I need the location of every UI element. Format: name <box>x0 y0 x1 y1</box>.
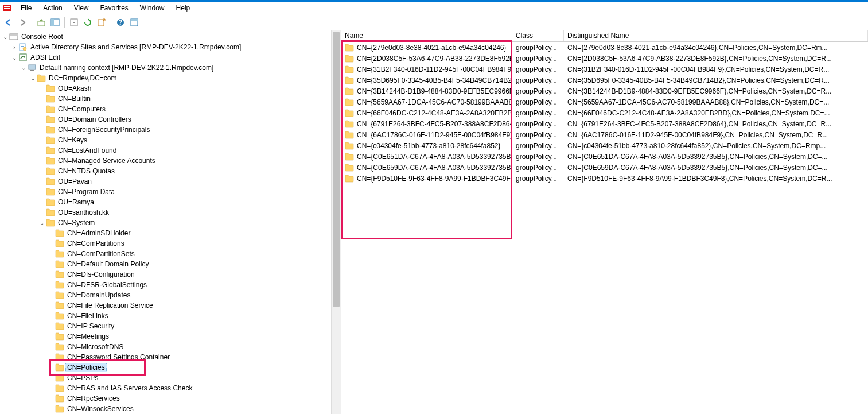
menu-view[interactable]: View <box>68 3 95 13</box>
tree-system-item-11[interactable]: CN=MicrosoftDNS <box>1 342 341 352</box>
tree-system-item-10[interactable]: CN=Meetings <box>1 331 341 342</box>
tree-system-item-7[interactable]: CN=File Replication Service <box>1 300 341 311</box>
export-button[interactable] <box>95 16 108 29</box>
tree-system-item-0-icon <box>55 229 64 238</box>
tree-label: CN=ForeignSecurityPrincipals <box>56 125 151 134</box>
tree-item-5[interactable]: CN=Keys <box>1 135 341 145</box>
delete-button[interactable] <box>68 16 80 29</box>
tree-item-1[interactable]: CN=Builtin <box>1 94 341 104</box>
tree-item-2[interactable]: CN=Computers <box>1 104 341 114</box>
tree-system-item-9-icon <box>55 322 64 331</box>
tree-adsi-edit[interactable]: ⌄ADSI Edit <box>1 52 341 63</box>
column-header-class[interactable]: Class <box>512 30 564 41</box>
menu-window[interactable]: Window <box>134 3 170 13</box>
list-row[interactable]: CN={c04304fe-51bb-4773-a810-28fc644fa852… <box>341 140 868 151</box>
tree-label: CN=Builtin <box>56 94 92 103</box>
list-row[interactable]: CN={F9D510FE-9F63-4FF8-9A99-F1BDBF3C49F8… <box>341 173 868 184</box>
back-button[interactable] <box>2 16 15 29</box>
tree-item-10[interactable]: CN=Program Data <box>1 187 341 197</box>
cell-class: groupPolicy... <box>512 65 564 74</box>
tree-item-12[interactable]: OU=santhosh.kk <box>1 207 341 218</box>
tree-system-item-14[interactable]: CN=PSPs <box>1 373 341 383</box>
tree-system-item-6-icon <box>55 291 64 300</box>
menu-help[interactable]: Help <box>170 3 196 13</box>
tree-label: Default naming context [RMP-DEV-2K22-1.R… <box>38 63 215 72</box>
tree-item-9[interactable]: OU=Pavan <box>1 176 341 187</box>
folder-icon <box>345 43 354 52</box>
tree-system-item-1[interactable]: CN=ComPartitions <box>1 238 341 249</box>
tree-system-item-17[interactable]: CN=WinsockServices <box>1 404 341 414</box>
tree-ad-sites[interactable]: ›Active Directory Sites and Services [RM… <box>1 42 341 52</box>
folder-icon <box>46 105 55 114</box>
properties-button[interactable] <box>128 16 141 29</box>
tree-toggle[interactable]: ⌄ <box>1 34 9 40</box>
list-row[interactable]: CN={6791E264-3BFC-4FC5-B207-388A8CF2D864… <box>341 118 868 129</box>
tree-system-item-4[interactable]: CN=Dfs-Configuration <box>1 269 341 280</box>
tree-system-item-13[interactable]: CN=Policies <box>1 362 341 373</box>
menu-file[interactable]: File <box>15 3 37 13</box>
tree-system-item-6[interactable]: CN=DomainUpdates <box>1 290 341 300</box>
cell-name: CN={3B14244B-D1B9-4884-83D0-9EFB5EC9966F… <box>341 86 512 96</box>
tree-system-item-0[interactable]: CN=AdminSDHolder <box>1 228 341 238</box>
tree-item-4[interactable]: CN=ForeignSecurityPrincipals <box>1 125 341 135</box>
cell-class: groupPolicy... <box>512 54 564 63</box>
tree-toggle[interactable]: ⌄ <box>38 220 46 226</box>
tree-item-6[interactable]: CN=LostAndFound <box>1 145 341 156</box>
tree-system-item-12[interactable]: CN=Password Settings Container <box>1 352 341 362</box>
tree-naming-context[interactable]: ⌄Default naming context [RMP-DEV-2K22-1.… <box>1 63 341 73</box>
tree-domain-dc[interactable]: ⌄DC=Rmpdev,DC=com <box>1 73 341 83</box>
tree-label: Console Root <box>20 32 65 41</box>
cell-dn: CN={66F046DC-C212-4C48-AE3A-2A8A320EB2BD… <box>564 109 868 118</box>
tree-toggle[interactable]: ⌄ <box>20 65 28 71</box>
tree-system-item-9[interactable]: CN=IP Security <box>1 321 341 331</box>
tree-system-item-15[interactable]: CN=RAS and IAS Servers Access Check <box>1 383 341 393</box>
list-row[interactable]: CN={C0E651DA-C67A-4FA8-A03A-5D53392735B5… <box>341 151 868 162</box>
list-row[interactable]: CN={35D695F0-3345-40B5-B4F5-34B49CB714B2… <box>341 75 868 86</box>
forward-button[interactable] <box>16 16 29 29</box>
tree-system-item-3[interactable]: CN=Default Domain Policy <box>1 259 341 269</box>
tree-system-item-8[interactable]: CN=FileLinks <box>1 311 341 321</box>
tree-toggle[interactable]: ⌄ <box>10 55 18 61</box>
tree-item-0[interactable]: OU=Akash <box>1 83 341 94</box>
tree-system-item-16[interactable]: CN=RpcServices <box>1 393 341 404</box>
tree-system-item-12-icon <box>55 353 64 362</box>
cell-name: CN={5659AA67-1DCA-45C6-AC70-58199BAAAB88… <box>341 97 512 107</box>
tree-toggle[interactable]: ⌄ <box>29 75 37 82</box>
list-row[interactable]: CN={66F046DC-C212-4C48-AE3A-2A8A320EB2BD… <box>341 107 868 118</box>
show-hide-tree-button[interactable] <box>49 16 61 29</box>
tree-system[interactable]: ⌄CN=System <box>1 218 341 228</box>
list-row[interactable]: CN={279e0d03-8e38-4021-a1cb-e94a34c04246… <box>341 42 868 53</box>
up-button[interactable] <box>35 16 48 29</box>
menu-favorites[interactable]: Favorites <box>95 3 134 13</box>
column-header-name[interactable]: Name <box>341 30 512 41</box>
folder-icon <box>46 94 55 103</box>
list-row[interactable]: CN={C0E659DA-C67A-4FA8-A03A-5D53392735B5… <box>341 162 868 173</box>
tree-item-3[interactable]: OU=Domain Controllers <box>1 114 341 125</box>
tree-item-8[interactable]: CN=NTDS Quotas <box>1 166 341 176</box>
menu-action[interactable]: Action <box>37 3 68 13</box>
tree-item-7[interactable]: CN=Managed Service Accounts <box>1 156 341 166</box>
help-button[interactable]: ? <box>114 16 127 29</box>
tree-system-item-2[interactable]: CN=ComPartitionSets <box>1 249 341 259</box>
tree-toggle[interactable]: › <box>10 44 18 51</box>
column-header-dn[interactable]: Distinguished Name <box>564 30 868 41</box>
list-row[interactable]: CN={6AC1786C-016F-11D2-945F-00C04fB984F9… <box>341 129 868 140</box>
refresh-button[interactable] <box>81 16 94 29</box>
tree-label: CN=IP Security <box>65 322 116 331</box>
list-row[interactable]: CN={5659AA67-1DCA-45C6-AC70-58199BAAAB88… <box>341 96 868 107</box>
tree-label: CN=AdminSDHolder <box>65 229 132 238</box>
tree-label: CN=DFSR-GlobalSettings <box>65 280 149 289</box>
list-row[interactable]: CN={31B2F340-016D-11D2-945F-00C04FB984F9… <box>341 64 868 75</box>
scrollbar-thumb[interactable] <box>333 32 340 307</box>
tree-label: CN=Managed Service Accounts <box>56 156 157 165</box>
tree-console-root[interactable]: ⌄Console Root <box>1 32 341 42</box>
cell-class: groupPolicy... <box>512 130 564 140</box>
list-row[interactable]: CN={2D038C5F-53A6-47C9-AB38-2273DE8F592B… <box>341 53 868 64</box>
tree-scrollbar[interactable] <box>331 30 341 414</box>
tree-item-11[interactable]: OU=Ramya <box>1 197 341 207</box>
cell-name: CN={C0E659DA-C67A-4FA8-A03A-5D53392735B5… <box>341 162 512 173</box>
tree-pane: ⌄Console Root›Active Directory Sites and… <box>0 30 341 414</box>
tree-label: CN=Program Data <box>56 187 116 196</box>
tree-system-item-5[interactable]: CN=DFSR-GlobalSettings <box>1 280 341 290</box>
list-row[interactable]: CN={3B14244B-D1B9-4884-83D0-9EFB5EC9966F… <box>341 86 868 96</box>
